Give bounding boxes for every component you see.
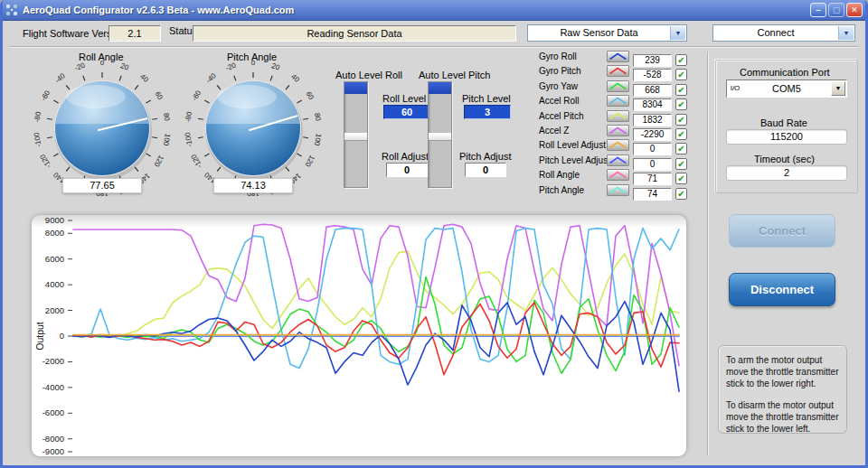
sensor-row: Gyro Pitch -528 ✔ — [539, 64, 694, 79]
data-mode-dropdown[interactable]: Raw Sensor Data ▼ — [527, 24, 687, 42]
pitch-level-slider[interactable] — [428, 81, 452, 188]
sensor-row: Gyro Roll 239 ✔ — [539, 50, 694, 64]
baud-rate-field[interactable]: 115200 — [726, 129, 847, 145]
pitch-adjust-field[interactable]: 0 — [465, 163, 506, 177]
series-line-icon[interactable] — [607, 169, 629, 181]
sensor-list: Gyro Roll 239 ✔ Gyro Pitch -528 ✔ Gyro Y… — [539, 50, 694, 198]
sensor-label: Roll Angle — [539, 170, 580, 180]
output-chart: 900080006000400020000-2000-4000-6000-800… — [32, 215, 686, 456]
roll-level-label: Roll Level — [382, 93, 426, 104]
svg-text:-60: -60 — [40, 89, 52, 102]
slider-thumb[interactable] — [344, 133, 367, 141]
svg-text:-9000: -9000 — [42, 446, 64, 456]
svg-text:120: 120 — [303, 154, 316, 169]
close-button[interactable]: ✕ — [846, 3, 863, 17]
roll-level-value: 60 — [383, 105, 430, 119]
series-line-icon[interactable] — [607, 139, 629, 151]
svg-text:-8000: -8000 — [42, 434, 64, 444]
svg-text:-40: -40 — [204, 71, 218, 85]
sensor-row: Pitch Level Adjust 0 ✔ — [539, 154, 694, 168]
io-port-icon: I/O — [728, 81, 742, 96]
series-line-icon[interactable] — [607, 80, 629, 92]
svg-text:100: 100 — [313, 133, 323, 146]
svg-text:-80: -80 — [33, 110, 42, 122]
sensor-row: Accel Roll 8304 ✔ — [539, 94, 694, 108]
connect-button[interactable]: Connect — [729, 214, 835, 248]
pitch-adjust-label: Pitch Adjust — [459, 151, 511, 162]
minimize-button[interactable]: – — [810, 3, 826, 17]
sensor-row: Accel Pitch 1832 ✔ — [539, 109, 694, 124]
chevron-down-icon[interactable]: ▼ — [670, 26, 685, 40]
svg-text:-120: -120 — [189, 153, 203, 170]
action-dropdown[interactable]: Connect ▼ — [712, 24, 855, 42]
svg-text:80: 80 — [162, 112, 172, 122]
version-value: 2.1 — [108, 25, 161, 42]
svg-text:-4000: -4000 — [42, 382, 64, 392]
maximize-button[interactable]: ▢ — [828, 3, 844, 17]
svg-text:0: 0 — [251, 59, 256, 67]
svg-text:4000: 4000 — [45, 279, 64, 289]
arm-instruction: To arm the motor output move the throttl… — [726, 354, 839, 390]
svg-text:0: 0 — [60, 331, 64, 341]
disarm-instruction: To disarm the motor output move the thro… — [726, 399, 839, 435]
chevron-down-icon[interactable]: ▼ — [838, 26, 854, 40]
svg-text:-60: -60 — [191, 89, 203, 102]
svg-text:0: 0 — [100, 59, 105, 67]
svg-text:9000: 9000 — [45, 215, 64, 225]
series-line-icon[interactable] — [607, 65, 629, 77]
app-window: AeroQuad Configurator v2.6.3 Beta - www.… — [0, 0, 868, 468]
output-chart-card: 900080006000400020000-2000-4000-6000-800… — [32, 215, 686, 456]
divider — [707, 52, 709, 455]
svg-text:-80: -80 — [184, 110, 193, 122]
disconnect-button[interactable]: Disconnect — [729, 273, 835, 306]
series-line-icon[interactable] — [607, 154, 629, 166]
divider — [10, 46, 858, 48]
svg-text:-6000: -6000 — [42, 407, 64, 417]
svg-text:40: 40 — [289, 72, 301, 84]
roll-level-slider[interactable] — [344, 81, 368, 188]
timeout-label: Timeout (sec) — [754, 154, 815, 164]
svg-text:-40: -40 — [53, 71, 67, 85]
svg-text:120: 120 — [152, 154, 165, 169]
arming-instructions: To arm the motor output move the throttl… — [718, 345, 847, 434]
chevron-down-icon[interactable]: ▼ — [831, 81, 845, 96]
timeout-field[interactable]: 2 — [726, 165, 847, 181]
slider-fill — [429, 82, 451, 94]
svg-text:-120: -120 — [38, 153, 52, 170]
svg-text:-100: -100 — [184, 131, 194, 147]
svg-text:20: 20 — [119, 61, 130, 72]
roll-adjust-label: Roll Adjust — [382, 151, 429, 162]
series-line-icon[interactable] — [607, 95, 629, 107]
series-line-icon[interactable] — [607, 184, 629, 196]
sensor-label: Gyro Pitch — [539, 66, 581, 76]
sensor-label: Pitch Level Adjust — [539, 155, 610, 165]
series-line-icon[interactable] — [607, 110, 629, 122]
sensor-row: Roll Level Adjust 0 ✔ — [539, 138, 694, 153]
svg-text:2000: 2000 — [45, 305, 64, 315]
svg-text:-2000: -2000 — [42, 356, 64, 366]
sensor-row: Pitch Angle 74 ✔ — [539, 183, 694, 198]
sensor-row: Roll Angle 71 ✔ — [539, 168, 694, 183]
roll-adjust-field[interactable]: 0 — [386, 163, 428, 177]
svg-text:Output: Output — [34, 322, 45, 351]
auto-level-pitch-title: Auto Level Pitch — [419, 70, 491, 80]
slider-thumb[interactable] — [429, 133, 451, 141]
port-label: Communication Port — [740, 67, 830, 78]
svg-text:60: 60 — [305, 90, 316, 102]
roll-angle-value: 77.65 — [62, 178, 142, 193]
window-title: AeroQuad Configurator v2.6.3 Beta - www.… — [23, 5, 294, 15]
baud-label: Baud Rate — [760, 117, 807, 128]
svg-text:-20: -20 — [73, 61, 86, 73]
series-line-icon[interactable] — [607, 51, 629, 62]
slider-fill — [344, 82, 367, 94]
sensor-checkbox[interactable]: ✔ — [675, 188, 687, 200]
series-line-icon[interactable] — [607, 125, 629, 136]
app-logo-icon — [5, 4, 18, 16]
sensor-value: 74 — [633, 188, 672, 201]
sensor-label: Gyro Roll — [539, 51, 577, 61]
sensor-row: Gyro Yaw 668 ✔ — [539, 80, 694, 94]
com-port-dropdown[interactable]: I/O COM5 ▼ — [726, 80, 847, 98]
pitch-angle-value: 74.13 — [213, 178, 293, 193]
svg-text:8000: 8000 — [45, 228, 64, 238]
pitch-level-value: 3 — [464, 105, 511, 119]
